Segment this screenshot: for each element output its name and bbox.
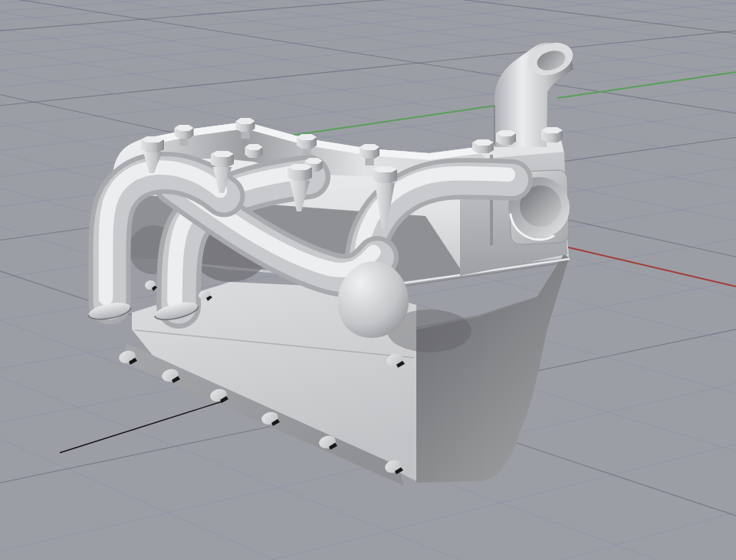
cover-bolt-mid-1 xyxy=(245,144,263,158)
viewport-canvas[interactable] xyxy=(0,0,736,560)
cover-bolt-cone-1-hex xyxy=(141,136,164,152)
cad-viewport xyxy=(0,0,736,560)
cover-bolt-cone-2-hex xyxy=(211,151,234,167)
cover-bolt-cone-3-hex xyxy=(288,164,312,181)
endblock-bolt-left xyxy=(496,130,516,145)
standoff-bolt xyxy=(472,139,494,153)
endblock-bolt-right xyxy=(541,127,563,142)
cover-bolt-cone-4-hex xyxy=(373,166,397,183)
